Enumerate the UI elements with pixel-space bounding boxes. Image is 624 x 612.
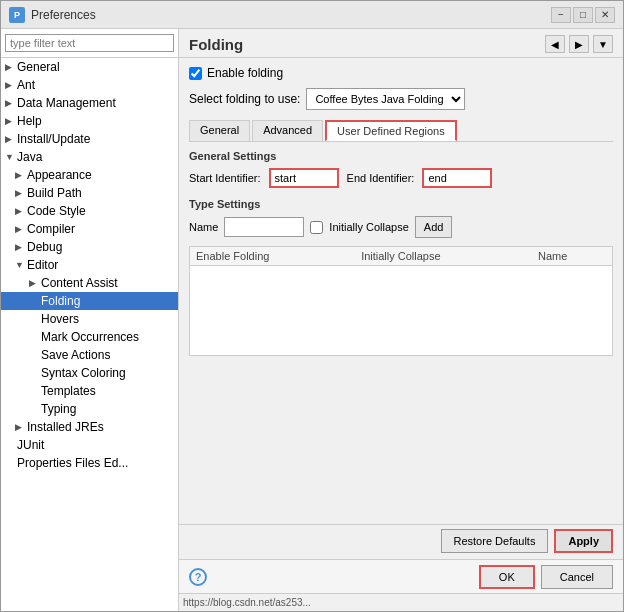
tab-advanced[interactable]: Advanced [252, 120, 323, 141]
close-button[interactable]: ✕ [595, 7, 615, 23]
sidebar-item-folding[interactable]: Folding [1, 292, 178, 310]
maximize-button[interactable]: □ [573, 7, 593, 23]
nav-forward-button[interactable]: ▶ [569, 35, 589, 53]
title-controls: − □ ✕ [551, 7, 615, 23]
footer-left: ? [189, 568, 207, 586]
tab-general[interactable]: General [189, 120, 250, 141]
initially-collapse-label: Initially Collapse [329, 221, 408, 233]
sidebar-item-properties-files-ed[interactable]: Properties Files Ed... [1, 454, 178, 472]
sidebar-item-ant[interactable]: ▶Ant [1, 76, 178, 94]
restore-defaults-button[interactable]: Restore Defaults [441, 529, 549, 553]
nav-back-button[interactable]: ◀ [545, 35, 565, 53]
tree-arrow-appearance: ▶ [15, 170, 25, 180]
tree-arrow-help: ▶ [5, 116, 15, 126]
status-text: https://blog.csdn.net/as253... [183, 597, 311, 608]
folding-select[interactable]: Coffee Bytes Java Folding Default [306, 88, 465, 110]
sidebar-item-label-templates: Templates [41, 384, 96, 398]
sidebar-item-install-update[interactable]: ▶Install/Update [1, 130, 178, 148]
type-settings-title: Type Settings [189, 198, 613, 210]
sidebar-item-label-hovers: Hovers [41, 312, 79, 326]
type-name-input[interactable] [224, 217, 304, 237]
sidebar-item-typing[interactable]: Typing [1, 400, 178, 418]
panel-title: Folding [189, 36, 243, 53]
help-icon[interactable]: ? [189, 568, 207, 586]
identifier-row: Start Identifier: End Identifier: [189, 168, 613, 188]
sidebar-item-label-build-path: Build Path [27, 186, 82, 200]
footer: ? OK Cancel [179, 559, 623, 593]
sidebar-item-build-path[interactable]: ▶Build Path [1, 184, 178, 202]
sidebar-item-general[interactable]: ▶General [1, 58, 178, 76]
sidebar-item-label-folding: Folding [41, 294, 80, 308]
sidebar-item-label-junit: JUnit [17, 438, 44, 452]
sidebar-item-hovers[interactable]: Hovers [1, 310, 178, 328]
sidebar-item-java[interactable]: ▼Java [1, 148, 178, 166]
nav-dropdown-button[interactable]: ▼ [593, 35, 613, 53]
sidebar-item-junit[interactable]: JUnit [1, 436, 178, 454]
table-container: Enable Folding Initially Collapse Name [189, 246, 613, 356]
tree-arrow-installed-jres: ▶ [15, 422, 25, 432]
start-identifier-label: Start Identifier: [189, 172, 261, 184]
main-content: ▶General▶Ant▶Data Management▶Help▶Instal… [1, 29, 623, 611]
tree-arrow-editor: ▼ [15, 260, 25, 270]
cancel-button[interactable]: Cancel [541, 565, 613, 589]
sidebar-item-label-installed-jres: Installed JREs [27, 420, 104, 434]
tabs-container: General Advanced User Defined Regions [189, 120, 613, 142]
search-input[interactable] [5, 34, 174, 52]
sidebar-item-label-syntax-coloring: Syntax Coloring [41, 366, 126, 380]
data-table: Enable Folding Initially Collapse Name [190, 247, 612, 266]
tree-arrow-java: ▼ [5, 152, 15, 162]
tree-arrow-general: ▶ [5, 62, 15, 72]
sidebar-item-label-mark-occurrences: Mark Occurrences [41, 330, 139, 344]
sidebar-item-mark-occurrences[interactable]: Mark Occurrences [1, 328, 178, 346]
sidebar-item-label-help: Help [17, 114, 42, 128]
sidebar-item-syntax-coloring[interactable]: Syntax Coloring [1, 364, 178, 382]
type-settings-section: Type Settings Name Initially Collapse Ad… [189, 198, 613, 238]
sidebar-item-save-actions[interactable]: Save Actions [1, 346, 178, 364]
minimize-button[interactable]: − [551, 7, 571, 23]
sidebar-item-editor[interactable]: ▼Editor [1, 256, 178, 274]
general-settings-title: General Settings [189, 150, 613, 162]
sidebar-item-data-management[interactable]: ▶Data Management [1, 94, 178, 112]
status-bar: https://blog.csdn.net/as253... [179, 593, 623, 611]
sidebar-item-content-assist[interactable]: ▶Content Assist [1, 274, 178, 292]
sidebar-item-label-compiler: Compiler [27, 222, 75, 236]
end-identifier-label: End Identifier: [347, 172, 415, 184]
tree-arrow-install-update: ▶ [5, 134, 15, 144]
search-box [1, 29, 178, 58]
right-panel: Folding ◀ ▶ ▼ Enable folding Select fold… [179, 29, 623, 611]
tab-user-defined-regions[interactable]: User Defined Regions [325, 120, 457, 141]
sidebar-item-help[interactable]: ▶Help [1, 112, 178, 130]
sidebar-item-label-editor: Editor [27, 258, 58, 272]
type-row: Name Initially Collapse Add [189, 216, 613, 238]
action-row: Restore Defaults Apply [179, 524, 623, 559]
sidebar-item-label-debug: Debug [27, 240, 62, 254]
ok-button[interactable]: OK [479, 565, 535, 589]
sidebar-item-label-content-assist: Content Assist [41, 276, 118, 290]
initially-collapse-checkbox[interactable] [310, 221, 323, 234]
select-folding-label: Select folding to use: [189, 92, 300, 106]
title-bar: P Preferences − □ ✕ [1, 1, 623, 29]
sidebar-item-label-save-actions: Save Actions [41, 348, 110, 362]
sidebar: ▶General▶Ant▶Data Management▶Help▶Instal… [1, 29, 179, 611]
sidebar-item-installed-jres[interactable]: ▶Installed JREs [1, 418, 178, 436]
enable-folding-label: Enable folding [207, 66, 283, 80]
tree-arrow-data-management: ▶ [5, 98, 15, 108]
enable-folding-row: Enable folding [189, 66, 613, 80]
sidebar-item-appearance[interactable]: ▶Appearance [1, 166, 178, 184]
panel-header: Folding ◀ ▶ ▼ [179, 29, 623, 58]
col-enable-folding: Enable Folding [190, 247, 355, 266]
col-name: Name [532, 247, 612, 266]
panel-nav: ◀ ▶ ▼ [545, 35, 613, 53]
apply-button[interactable]: Apply [554, 529, 613, 553]
sidebar-item-label-ant: Ant [17, 78, 35, 92]
sidebar-item-templates[interactable]: Templates [1, 382, 178, 400]
end-identifier-input[interactable] [422, 168, 492, 188]
sidebar-item-compiler[interactable]: ▶Compiler [1, 220, 178, 238]
enable-folding-checkbox[interactable] [189, 67, 202, 80]
add-button[interactable]: Add [415, 216, 453, 238]
sidebar-item-code-style[interactable]: ▶Code Style [1, 202, 178, 220]
sidebar-item-label-java: Java [17, 150, 42, 164]
start-identifier-input[interactable] [269, 168, 339, 188]
sidebar-item-debug[interactable]: ▶Debug [1, 238, 178, 256]
table-header-row: Enable Folding Initially Collapse Name [190, 247, 612, 266]
